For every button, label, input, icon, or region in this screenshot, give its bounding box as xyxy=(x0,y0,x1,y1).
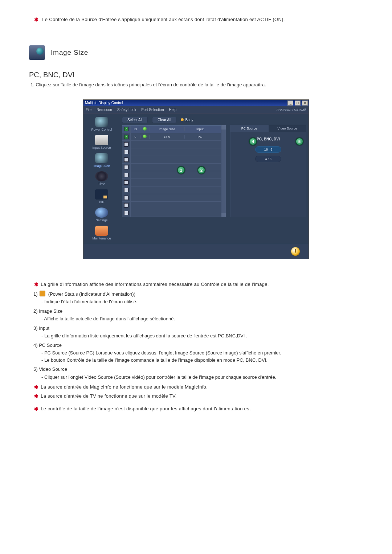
note-sub: - Cliquer sur l'onglet Video Source (Sou… xyxy=(41,374,363,381)
intro-note: ✱ Le Contrôle de la Source d'Entrée s'ap… xyxy=(34,16,363,24)
grid-row-empty[interactable] xyxy=(122,179,221,186)
star-icon: ✱ xyxy=(34,281,38,288)
grid-row-empty[interactable] xyxy=(122,164,221,171)
sidebar-item-pip[interactable]: PIP xyxy=(87,189,116,205)
grid-row[interactable]: ✓ 0 16:9 PC xyxy=(122,133,221,141)
notes-intro: La grille d'information affiche des info… xyxy=(41,282,269,287)
row-checkbox[interactable] xyxy=(124,196,128,200)
intro-text: Le Contrôle de la Source d'Entrée s'appl… xyxy=(42,17,285,22)
cell-image-size: 16:9 xyxy=(150,135,185,139)
busy-icon xyxy=(181,118,184,121)
callout-1: 1 xyxy=(177,166,185,174)
row-checkbox[interactable] xyxy=(124,203,128,208)
tab-pc-source[interactable]: PC Source xyxy=(230,125,268,132)
tab-video-source[interactable]: Video Source xyxy=(268,125,306,132)
row-checkbox[interactable] xyxy=(124,188,128,192)
sidebar-item-settings[interactable]: Settings xyxy=(87,207,116,223)
cell-input: PC xyxy=(185,135,215,139)
star-icon: ✱ xyxy=(34,393,38,400)
sidebar-item-input[interactable]: Input Source xyxy=(87,134,116,151)
main-panel: Select All Clear All Busy ✓ ID Image Siz… xyxy=(120,114,228,244)
sidebar-item-maintenance[interactable]: Maintenance xyxy=(87,225,116,242)
right-panel: 4 5 PC Source Video Source PC, BNC, DVI … xyxy=(228,114,309,244)
sidebar-item-image-size[interactable]: Image Size xyxy=(87,152,116,169)
option-4-3[interactable]: 4 : 3 xyxy=(255,156,281,162)
menubar: File Remocon Safety Lock Port Selection … xyxy=(83,106,309,114)
note-sub: - Le bouton Contrôle de la taille de l'i… xyxy=(41,357,363,364)
callout-5: 5 xyxy=(295,138,303,145)
statusbar: ! xyxy=(83,244,309,259)
row-checkbox[interactable] xyxy=(124,157,128,162)
row-checkbox[interactable] xyxy=(124,173,128,177)
alert-icon: ! xyxy=(291,247,300,256)
grid-row-empty[interactable] xyxy=(122,148,221,156)
note-sub: - PC Source (Source PC) Lorsque vous cli… xyxy=(41,349,363,357)
tab-content: PC, BNC, DVI 16 : 9 4 : 3 xyxy=(230,132,306,217)
close-button[interactable]: × xyxy=(302,100,308,106)
sidebar-item-power[interactable]: Power Control xyxy=(87,116,116,133)
app-window: Multiple Display Control _ □ × File Remo… xyxy=(83,99,309,259)
section-icon xyxy=(29,45,45,60)
subsection-title: PC, BNC, DVI xyxy=(29,71,363,79)
window-controls: _ □ × xyxy=(287,100,308,106)
display-grid: ✓ ID Image Size Input ✓ 0 16:9 PC xyxy=(122,125,221,217)
grid-row-empty[interactable] xyxy=(122,194,221,202)
select-all-button[interactable]: Select All xyxy=(122,117,148,123)
scrollbar[interactable] xyxy=(221,125,226,217)
callout-4: 4 xyxy=(249,138,257,145)
star-note-1: La source d'entrée de MagicInfo ne fonct… xyxy=(41,384,208,390)
minimize-button[interactable]: _ xyxy=(287,100,293,106)
callout-2: 2 xyxy=(197,166,205,174)
grid-row-empty[interactable] xyxy=(122,209,221,217)
grid-row-empty[interactable] xyxy=(122,186,221,194)
instruction-text: 1. Cliquez sur Taille de l'image dans le… xyxy=(30,81,363,89)
grid-row-empty[interactable] xyxy=(122,156,221,164)
option-16-9[interactable]: 16 : 9 xyxy=(255,146,281,153)
menu-item[interactable]: Port Selection xyxy=(141,108,164,112)
notes-section: ✱La grille d'information affiche des inf… xyxy=(29,281,363,413)
star-note-3: Le contrôle de la taille de l'image n'es… xyxy=(41,406,251,411)
menu-item[interactable]: Remocon xyxy=(97,108,112,112)
note-item-3: 3) Input xyxy=(33,325,363,332)
row-checkbox[interactable] xyxy=(124,150,128,154)
note-sub: - Indique l'état d'alimentation de l'écr… xyxy=(41,298,363,305)
brand-label: SAMSUNG DIGITall xyxy=(277,108,309,112)
row-checkbox[interactable]: ✓ xyxy=(124,135,128,139)
note-item-4: 4) PC Source xyxy=(33,342,363,349)
panel-label: PC, BNC, DVI xyxy=(230,137,306,141)
maximize-button[interactable]: □ xyxy=(295,100,301,106)
note-sub: - Affiche la taille actuelle de l'image … xyxy=(41,315,363,323)
titlebar: Multiple Display Control _ □ × xyxy=(83,100,309,106)
power-status-icon xyxy=(40,291,45,296)
row-checkbox[interactable] xyxy=(124,211,128,215)
sidebar: Power Control Input Source Image Size Ti… xyxy=(83,114,120,244)
menu-item[interactable]: Help xyxy=(169,108,176,112)
col-id: ID xyxy=(131,127,140,131)
grid-header: ✓ ID Image Size Input xyxy=(122,126,221,133)
col-image-size: Image Size xyxy=(150,127,185,131)
menu-item[interactable]: File xyxy=(86,108,91,112)
row-checkbox[interactable] xyxy=(124,142,128,147)
col-status-icon xyxy=(140,127,150,131)
window-title: Multiple Display Control xyxy=(85,101,123,105)
row-checkbox[interactable] xyxy=(124,165,128,169)
star-note-2: La source d'entrée de TV ne fonctionne q… xyxy=(41,393,176,399)
star-icon: ✱ xyxy=(34,383,38,391)
note-item-5: 5) Video Source xyxy=(33,366,363,373)
col-input: Input xyxy=(185,127,215,131)
menu-item[interactable]: Safety Lock xyxy=(117,108,136,112)
app-body: Power Control Input Source Image Size Ti… xyxy=(83,114,309,244)
cell-id: 0 xyxy=(131,135,140,139)
header-checkbox[interactable]: ✓ xyxy=(124,127,128,131)
grid-row-empty[interactable] xyxy=(122,202,221,209)
section-title: Image Size xyxy=(51,49,88,57)
note-sub: - La grille d'information liste uniqueme… xyxy=(41,332,363,340)
sidebar-item-time[interactable]: Time xyxy=(87,171,116,187)
grid-row-empty[interactable] xyxy=(122,141,221,148)
star-icon: ✱ xyxy=(34,16,38,24)
row-checkbox[interactable] xyxy=(124,180,128,185)
clear-all-button[interactable]: Clear All xyxy=(152,117,176,123)
grid-row-empty[interactable] xyxy=(122,171,221,179)
section-header: Image Size xyxy=(29,45,363,60)
note-item-1: 1) (Power Status (Indicateur d'Alimentat… xyxy=(33,291,363,298)
